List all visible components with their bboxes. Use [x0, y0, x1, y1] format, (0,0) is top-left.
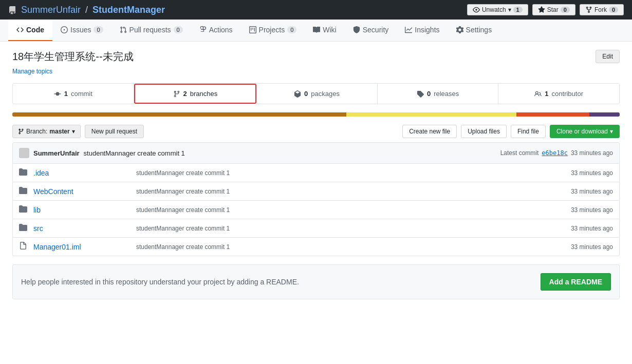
star-button[interactable]: Star 0	[532, 4, 575, 15]
folder-icon	[19, 223, 29, 233]
tab-projects-label: Projects	[259, 26, 285, 34]
actions-icon	[199, 26, 207, 33]
pr-badge: 0	[174, 26, 183, 33]
table-row: .idea studentMannager create commit 1 33…	[13, 164, 619, 182]
tab-code[interactable]: Code	[8, 20, 52, 41]
table-row: WebContent studentMannager create commit…	[13, 182, 619, 201]
stat-releases[interactable]: 0 releases	[378, 84, 499, 104]
lang-java	[12, 112, 346, 117]
tab-insights-label: Insights	[415, 26, 439, 34]
language-bar	[12, 112, 620, 117]
stats-bar: 1 commit 2 branches 0 packages 0 release…	[12, 83, 620, 104]
file-commit: studentMannager create commit 1	[136, 188, 536, 195]
file-time: 33 minutes ago	[536, 243, 613, 251]
file-name: src	[33, 224, 136, 233]
clone-or-download-button[interactable]: Clone or download ▾	[550, 125, 620, 138]
file-name: .idea	[33, 169, 136, 177]
tab-actions[interactable]: Actions	[191, 20, 241, 41]
new-pull-request-button[interactable]: New pull request	[85, 125, 144, 138]
tab-wiki[interactable]: Wiki	[305, 20, 344, 41]
folder-icon	[19, 186, 29, 196]
file-link[interactable]: Manager01.iml	[33, 243, 81, 251]
issues-badge: 0	[94, 26, 103, 33]
table-row: src studentMannager create commit 1 33 m…	[13, 219, 619, 238]
file-commit: studentMannager create commit 1	[136, 169, 536, 177]
repo-link[interactable]: StudentManager	[92, 5, 165, 15]
file-name: Manager01.iml	[33, 243, 136, 251]
file-time: 33 minutes ago	[536, 206, 613, 214]
tab-security[interactable]: Security	[345, 20, 397, 41]
add-readme-button[interactable]: Add a README	[541, 273, 611, 291]
table-row: Manager01.iml studentMannager create com…	[13, 238, 619, 256]
branch-selector[interactable]: Branch: master ▾	[12, 125, 81, 138]
tab-issues-label: Issues	[70, 26, 91, 34]
file-link[interactable]: src	[33, 224, 43, 233]
star-label: Star	[547, 6, 559, 13]
repo-desc: 18年学生管理系统--未完成	[12, 50, 134, 64]
file-link[interactable]: WebContent	[33, 187, 73, 196]
tab-security-label: Security	[363, 26, 389, 34]
create-new-file-button[interactable]: Create new file	[402, 125, 457, 138]
tab-settings[interactable]: Settings	[448, 20, 500, 41]
folder-icon	[19, 168, 29, 178]
file-table: .idea studentMannager create commit 1 33…	[12, 164, 620, 256]
repo-icon	[8, 6, 16, 14]
branch-name: master	[49, 128, 69, 135]
toolbar-left: Branch: master ▾ New pull request	[12, 125, 144, 138]
commit-right: Latest commit e6be18c 33 minutes ago	[500, 149, 613, 157]
branch-chevron: ▾	[72, 128, 75, 135]
commit-icon	[54, 90, 61, 98]
owner-link[interactable]: SummerUnfair	[21, 5, 81, 15]
fork-label: Fork	[594, 6, 607, 13]
unwatch-button[interactable]: Unwatch ▾ 1	[467, 4, 528, 15]
upload-files-button[interactable]: Upload files	[461, 125, 507, 138]
lang-javascript	[346, 112, 516, 117]
toolbar: Branch: master ▾ New pull request Create…	[12, 125, 620, 138]
file-commit: studentMannager create commit 1	[136, 243, 536, 251]
commit-info-left: SummerUnfair studentMannager create comm…	[19, 148, 185, 158]
edit-button[interactable]: Edit	[596, 50, 620, 63]
tab-insights[interactable]: Insights	[397, 20, 448, 41]
repo-description: 18年学生管理系统--未完成 Manage topics Edit	[12, 50, 620, 75]
commit-author[interactable]: SummerUnfair	[33, 149, 80, 157]
file-name: WebContent	[33, 187, 136, 196]
tab-code-label: Code	[26, 26, 44, 34]
clone-chevron: ▾	[610, 128, 613, 135]
star-icon	[538, 6, 545, 13]
table-row: lib studentMannager create commit 1 33 m…	[13, 201, 619, 219]
file-icon	[19, 242, 29, 252]
pr-icon	[120, 26, 127, 33]
fork-button[interactable]: Fork 0	[580, 4, 624, 15]
avatar	[19, 148, 29, 158]
stat-branches[interactable]: 2 branches	[134, 84, 257, 104]
tab-issues[interactable]: Issues 0	[52, 20, 111, 41]
issues-icon	[61, 26, 68, 33]
projects-badge: 0	[287, 26, 296, 33]
commit-message: studentMannager create commit 1	[84, 149, 185, 157]
tab-settings-label: Settings	[466, 26, 492, 34]
stat-packages[interactable]: 0 packages	[256, 84, 378, 104]
settings-icon	[456, 26, 463, 33]
people-icon	[534, 90, 542, 98]
eye-icon	[473, 6, 480, 13]
separator: /	[85, 5, 88, 15]
manage-topics-link[interactable]: Manage topics	[12, 68, 52, 75]
lang-css	[589, 112, 620, 117]
file-name: lib	[33, 206, 136, 214]
find-file-button[interactable]: Find file	[511, 125, 546, 138]
tab-pull-requests[interactable]: Pull requests 0	[111, 20, 191, 41]
file-link[interactable]: .idea	[33, 169, 49, 177]
commit-hash[interactable]: e6be18c	[542, 149, 568, 157]
file-time: 33 minutes ago	[536, 169, 613, 177]
readme-notice: Help people interested in this repositor…	[12, 264, 620, 299]
branch-icon	[173, 90, 180, 98]
file-time: 33 minutes ago	[536, 225, 613, 232]
wiki-icon	[313, 26, 320, 33]
star-count: 0	[561, 7, 570, 13]
stat-commits[interactable]: 1 commit	[13, 84, 134, 104]
avatar-icon	[19, 148, 29, 158]
repo-title: SummerUnfair / StudentManager	[8, 5, 165, 15]
file-link[interactable]: lib	[33, 206, 41, 214]
tab-projects[interactable]: Projects 0	[241, 20, 305, 41]
stat-contributors[interactable]: 1 contributor	[498, 84, 619, 104]
